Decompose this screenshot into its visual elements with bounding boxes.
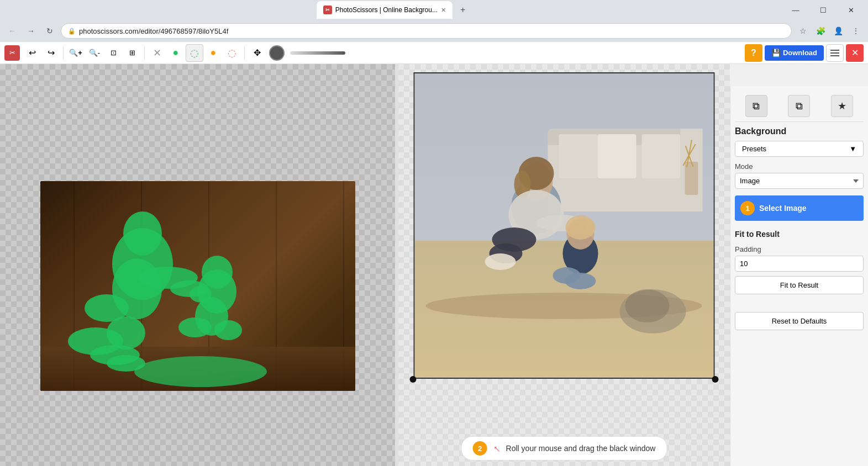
extensions-button[interactable]: 🧩 (813, 23, 828, 39)
toolbar-separator-1 (63, 46, 64, 60)
silhouette-svg (40, 181, 355, 391)
people-cutout-svg (459, 151, 625, 339)
close-panel-button[interactable]: ✕ (846, 44, 864, 62)
title-bar: ✂ PhotoScissors | Online Backgrou... ✕ +… (0, 0, 868, 20)
active-tab[interactable]: ✂ PhotoScissors | Online Backgrou... ✕ (317, 1, 453, 19)
lock-icon: 🔒 (68, 28, 76, 35)
svg-point-24 (485, 253, 516, 270)
app-icon: ✂ (4, 45, 20, 61)
favorites-panel-button[interactable]: ★ (831, 95, 853, 117)
brush-size-slider[interactable] (290, 51, 345, 55)
reset-defaults-button[interactable]: Reset to Defaults (735, 312, 864, 330)
presets-button[interactable]: Presets ▼ (735, 141, 864, 157)
svg-point-29 (566, 215, 596, 240)
preview-frame[interactable] (414, 72, 715, 379)
zoom-in-button[interactable]: 🔍+ (67, 44, 85, 62)
svg-point-31 (565, 273, 596, 289)
instruction-bar: 2 ↑ Roll your mouse and drag the black w… (461, 436, 667, 460)
menu-button[interactable] (826, 44, 844, 62)
padding-label: Padding (735, 245, 864, 253)
help-button[interactable]: ? (745, 44, 762, 62)
svg-point-9 (202, 256, 233, 289)
layers-icon: ⧉ (753, 100, 760, 112)
toolbar-separator-3 (244, 46, 245, 60)
back-button[interactable]: ← (4, 23, 20, 39)
svg-point-11 (178, 317, 212, 337)
undo-button[interactable]: ↩ (23, 44, 41, 62)
cutout-people (459, 151, 625, 339)
panel-icons-row: ⧉ ⧉ ★ (735, 91, 864, 122)
copy-icon: ⧉ (796, 100, 803, 112)
resize-handle-bottom-left[interactable] (410, 376, 417, 383)
zoom-actual-button[interactable]: ⊞ (123, 44, 141, 62)
window-minimize-button[interactable]: — (783, 0, 808, 20)
resize-handle-bottom-right[interactable] (712, 376, 719, 383)
window-controls: — ☐ ✕ (783, 0, 864, 20)
svg-point-12 (214, 320, 242, 340)
save-icon: 💾 (771, 49, 781, 57)
editor-image-container (40, 181, 355, 391)
preview-container (414, 72, 715, 379)
pillow-3 (642, 134, 681, 178)
select-image-step: 1 (740, 201, 755, 215)
layers-panel-button[interactable]: ⧉ (745, 95, 767, 117)
instruction-step-badge: 2 (473, 441, 487, 456)
color-picker[interactable] (269, 45, 285, 61)
zoom-fit-button[interactable]: ⊡ (104, 44, 122, 62)
toolbar-separator-2 (144, 46, 145, 60)
browser-actions: ☆ 🧩 👤 ⋮ (795, 23, 864, 39)
bookmark-button[interactable]: ☆ (795, 23, 811, 39)
window-maximize-button[interactable]: ☐ (811, 0, 836, 20)
padding-input[interactable] (735, 256, 864, 272)
svg-point-16 (134, 356, 267, 387)
mark-remove-button[interactable]: ● (204, 44, 222, 62)
instruction-text: Roll your mouse and drag the black windo… (506, 444, 656, 453)
tab-close-button[interactable]: ✕ (441, 7, 446, 14)
right-canvas[interactable]: 2 ↑ Roll your mouse and drag the black w… (398, 64, 730, 466)
fit-to-result-button[interactable]: Fit to Result (735, 276, 864, 294)
menu-line-2 (830, 52, 839, 54)
mode-select[interactable]: Image (735, 173, 864, 189)
mode-label: Mode (735, 162, 864, 171)
background-section-title: Background (735, 126, 864, 136)
address-text: photoscissors.com/editor/496768597/8iloY… (79, 27, 228, 35)
window-close-button[interactable]: ✕ (838, 0, 864, 20)
tab-bar: ✂ PhotoScissors | Online Backgrou... ✕ + (4, 1, 783, 19)
redo-button[interactable]: ↪ (42, 44, 60, 62)
cancel-selection-button[interactable]: ✕ (148, 44, 166, 62)
coffee-table-inner (625, 289, 670, 322)
left-canvas[interactable] (0, 64, 395, 466)
reload-button[interactable]: ↻ (42, 23, 57, 39)
vase-container (681, 129, 703, 195)
download-button[interactable]: 💾 Download (765, 45, 824, 61)
fit-to-result-label: Fit to Result (735, 230, 864, 239)
copy-panel-button[interactable]: ⧉ (788, 95, 810, 117)
editor-photo (40, 181, 355, 391)
tab-favicon: ✂ (323, 6, 332, 14)
tab-title: PhotoScissors | Online Backgrou... (335, 6, 438, 14)
zoom-out-button[interactable]: 🔍- (86, 44, 103, 62)
eraser-button[interactable]: ◌ (186, 44, 203, 62)
app-toolbar: ✂ ↩ ↪ 🔍+ 🔍- ⊡ ⊞ ✕ ● ◌ ● ◌ ✥ ? 💾 Download… (0, 42, 868, 64)
chevron-down-icon: ▼ (849, 145, 856, 153)
mark-keep-button[interactable]: ● (167, 44, 185, 62)
instruction-arrow-icon: ↑ (490, 442, 503, 454)
menu-line-3 (830, 55, 839, 56)
star-icon: ★ (838, 100, 846, 112)
select-image-button[interactable]: 1 Select Image (735, 195, 864, 221)
svg-point-15 (190, 286, 212, 303)
pan-button[interactable]: ✥ (248, 44, 266, 62)
right-panel: ⧉ ⧉ ★ Background Presets ▼ Mode Image 1 … (730, 86, 868, 466)
svg-point-1 (123, 211, 162, 256)
new-tab-button[interactable]: + (455, 3, 471, 17)
paint-button[interactable]: ◌ (223, 44, 241, 62)
menu-line-1 (830, 50, 839, 51)
profile-button[interactable]: 👤 (830, 23, 846, 39)
address-bar-row: ← → ↻ 🔒 photoscissors.com/editor/4967685… (0, 20, 868, 42)
spacer (735, 303, 864, 312)
address-bar[interactable]: 🔒 photoscissors.com/editor/496768597/8il… (61, 23, 792, 39)
main-layout: 2 ↑ Roll your mouse and drag the black w… (0, 64, 868, 466)
settings-button[interactable]: ⋮ (848, 23, 864, 39)
forward-button[interactable]: → (23, 23, 39, 39)
right-panel-toolbar: ? 💾 Download ✕ (740, 42, 868, 64)
